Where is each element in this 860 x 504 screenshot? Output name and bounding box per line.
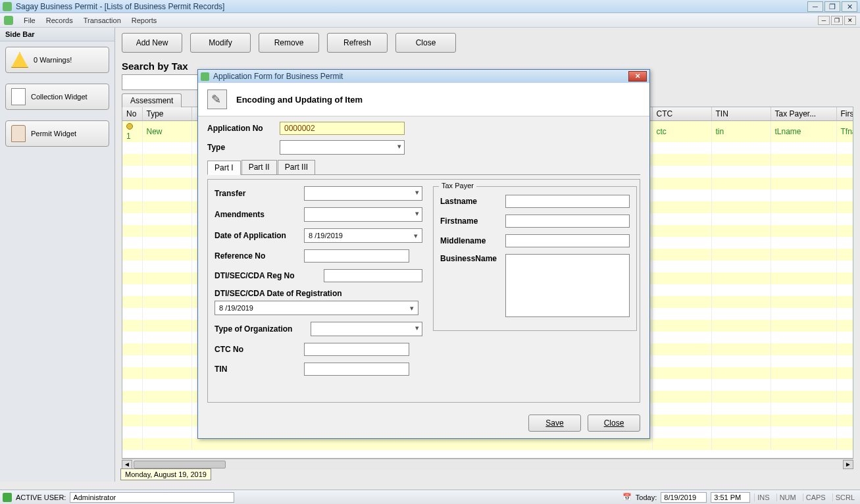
cell-type: New [142, 121, 191, 143]
sidebar-title: Side Bar [0, 28, 114, 41]
middlename-label: Middlename [440, 236, 501, 245]
lastname-label: Lastname [440, 197, 501, 206]
transfer-select[interactable] [304, 186, 422, 201]
cell-first: Tfna [836, 121, 853, 143]
transfer-label: Transfer [215, 189, 300, 198]
app-title: Sagay Business Permit - [Lists of Busine… [16, 2, 224, 11]
restore-button[interactable]: ❐ [824, 1, 840, 12]
active-user-label: ACTIVE USER: [16, 493, 66, 501]
app-icon [3, 2, 12, 11]
scrl-indicator: SCRL [832, 493, 857, 501]
ctc-no-label: CTC No [215, 345, 300, 354]
cell-no: 1 [126, 132, 131, 141]
col-first[interactable]: First [836, 107, 853, 121]
horizontal-scrollbar[interactable]: ◄ ► [122, 459, 853, 470]
cell-tin: tin [711, 121, 771, 143]
document-icon [11, 88, 26, 105]
dti-date-input[interactable]: 8 /19/2019 [215, 301, 418, 315]
type-org-select[interactable] [311, 322, 422, 336]
type-label: Type [207, 143, 280, 152]
dialog-header-text: Encoding and Updating of Item [236, 95, 363, 105]
warnings-label: 0 Warnings! [34, 56, 72, 64]
dialog-close-btn[interactable]: Close [588, 415, 640, 432]
dialog-close-button[interactable]: ✕ [628, 71, 647, 82]
ref-no-input[interactable] [304, 249, 409, 263]
num-indicator: NUM [776, 493, 799, 501]
today-label: Today: [636, 493, 657, 501]
add-new-button[interactable]: Add New [122, 33, 182, 53]
type-org-label: Type of Organization [215, 324, 307, 334]
col-tin[interactable]: TIN [711, 107, 771, 121]
menu-icon [4, 16, 13, 25]
scroll-thumb[interactable] [134, 461, 226, 468]
menu-reports[interactable]: Reports [132, 16, 157, 24]
menu-file[interactable]: File [24, 16, 36, 24]
mdi-restore-button[interactable]: ❐ [831, 16, 843, 25]
date-app-input[interactable]: 8 /19/2019 [304, 228, 422, 243]
application-form-dialog: Application Form for Business Permit ✕ E… [197, 69, 650, 439]
amendments-label: Amendments [215, 210, 300, 219]
time-field[interactable] [711, 492, 750, 503]
cell-ctc: ctc [652, 121, 711, 143]
minimize-button[interactable]: ─ [807, 1, 823, 12]
toolbar: Add New Modify Remove Refresh Close [122, 33, 853, 53]
refresh-button[interactable]: Refresh [327, 33, 388, 53]
app-no-field[interactable]: 0000002 [280, 122, 405, 135]
businessname-input[interactable] [505, 254, 630, 317]
menu-transaction[interactable]: Transaction [84, 16, 121, 24]
dti-reg-label: DTI/SEC/CDA Reg No [215, 271, 320, 280]
permit-label: Permit Widget [31, 130, 76, 138]
scroll-left-button[interactable]: ◄ [122, 460, 132, 469]
dialog-header: Encoding and Updating of Item [198, 83, 649, 116]
tab-part-2[interactable]: Part II [241, 160, 277, 174]
tab-part-3[interactable]: Part III [278, 160, 315, 174]
tin-label: TIN [215, 365, 300, 374]
assessment-tab[interactable]: Assessment [122, 93, 182, 107]
sidebar: Side Bar 0 Warnings! Collection Widget P… [0, 28, 115, 482]
user-icon [3, 493, 12, 502]
ins-indicator: INS [754, 493, 772, 501]
menubar: File Records Transaction Reports ─ ❐ ✕ [0, 13, 860, 28]
cell-taxpayer: tLname [771, 121, 836, 143]
firstname-input[interactable] [505, 214, 630, 228]
remove-button[interactable]: Remove [259, 33, 319, 53]
col-ctc[interactable]: CTC [652, 107, 711, 121]
menu-records[interactable]: Records [46, 16, 73, 24]
dialog-title: Application Form for Business Permit [213, 72, 343, 81]
toolbar-close-button[interactable]: Close [395, 33, 456, 53]
parts-tabs: Part I Part II Part III [207, 160, 640, 175]
edit-icon [207, 89, 227, 109]
dialog-save-button[interactable]: Save [528, 415, 581, 432]
app-no-label: Application No [207, 124, 280, 133]
amendments-select[interactable] [304, 207, 422, 222]
dialog-icon [201, 72, 209, 81]
dialog-titlebar[interactable]: Application Form for Business Permit ✕ [198, 70, 649, 83]
close-button[interactable]: ✕ [842, 1, 857, 12]
modify-button[interactable]: Modify [190, 33, 251, 53]
date-app-label: Date of Application [215, 231, 300, 240]
scroll-right-button[interactable]: ► [843, 460, 853, 469]
warnings-button[interactable]: 0 Warnings! [5, 47, 109, 73]
dti-date-label: DTI/SEC/CDA Date of Registration [215, 289, 422, 298]
date-tooltip: Monday, August 19, 2019 [120, 468, 211, 480]
lastname-input[interactable] [505, 195, 630, 208]
table-row[interactable] [122, 438, 853, 450]
mdi-close-button[interactable]: ✕ [844, 16, 856, 25]
statusbar: ACTIVE USER: 📅 Today: INS NUM CAPS SCRL [0, 490, 860, 504]
firstname-label: Firstname [440, 216, 501, 226]
mdi-minimize-button[interactable]: ─ [818, 16, 830, 25]
permit-widget-button[interactable]: Permit Widget [5, 120, 109, 147]
collection-widget-button[interactable]: Collection Widget [5, 84, 109, 110]
col-type[interactable]: Type [142, 107, 191, 121]
ctc-no-input[interactable] [304, 343, 409, 356]
middlename-input[interactable] [505, 234, 630, 247]
today-field[interactable] [661, 492, 707, 503]
active-user-field[interactable] [70, 492, 234, 503]
tin-input[interactable] [304, 363, 409, 376]
businessname-label: BusinessName [440, 254, 501, 263]
col-no[interactable]: No [122, 107, 142, 121]
col-taxpayer[interactable]: Tax Payer... [771, 107, 836, 121]
dti-reg-input[interactable] [324, 269, 422, 282]
type-select[interactable] [280, 140, 405, 155]
tab-part-1[interactable]: Part I [207, 161, 241, 175]
